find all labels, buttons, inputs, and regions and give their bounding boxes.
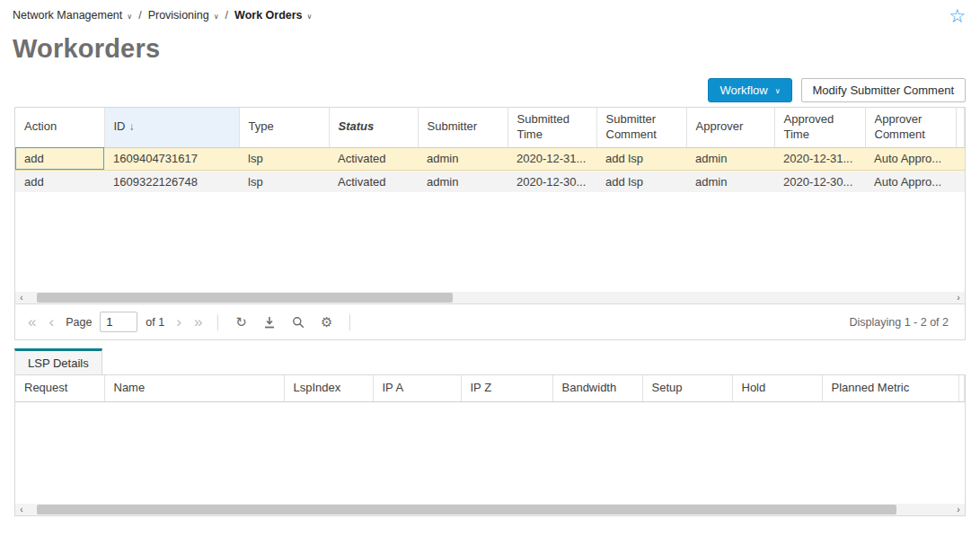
cell-submitter-comment[interactable]: add lsp [596, 147, 686, 170]
cell-approver[interactable]: admin [686, 147, 774, 170]
column-header-planned-metric[interactable]: Planned Metric [822, 375, 958, 401]
paging-toolbar: « ‹ Page of 1 › » ↻ ⚙ Displaying 1 - 2 o… [15, 303, 965, 339]
workorders-table: Action ID↓ Type Status Submitter Submitt… [15, 108, 965, 192]
cell-submitter[interactable]: admin [418, 147, 508, 170]
column-header-submitter-comment[interactable]: Submitter Comment [596, 108, 686, 147]
column-header-request[interactable]: Request [15, 375, 104, 401]
column-header-approver[interactable]: Approver [686, 108, 774, 147]
details-panel: LSP Details Request Name LspIndex IP A I… [14, 348, 966, 516]
first-page-button[interactable]: « [24, 314, 40, 330]
column-label: LspIndex [294, 381, 341, 394]
cell-approved-time[interactable]: 2020-12-30... [774, 170, 865, 192]
page-number-input[interactable] [100, 312, 137, 332]
next-page-button[interactable]: › [172, 314, 185, 330]
scrollbar-track[interactable] [28, 292, 952, 303]
tab-lsp-details[interactable]: LSP Details [14, 348, 102, 374]
workorders-panel: Workflow ∨ Modify Submitter Comment Acti… [14, 73, 966, 516]
modify-submitter-comment-button[interactable]: Modify Submitter Comment [801, 78, 967, 102]
chevron-down-icon: ∨ [775, 87, 781, 95]
cell-approver-comment[interactable]: Auto Appro... [865, 170, 956, 192]
page-of-label: of 1 [146, 316, 164, 329]
column-label: Submitted Time [517, 112, 570, 141]
search-icon[interactable] [287, 316, 310, 329]
cell-id[interactable]: 1609322126748 [104, 170, 239, 192]
cell-filler [956, 147, 965, 170]
cell-approved-time[interactable]: 2020-12-31... [774, 147, 865, 170]
column-label: Approved Time [784, 112, 834, 141]
refresh-icon[interactable]: ↻ [230, 315, 252, 329]
scroll-left-icon[interactable]: ‹ [15, 504, 28, 515]
column-label: Submitter [428, 119, 478, 133]
cell-type[interactable]: lsp [239, 147, 329, 170]
breadcrumb-separator: / [138, 9, 141, 22]
scrollbar-thumb[interactable] [37, 505, 896, 514]
cell-approver-comment[interactable]: Auto Appro... [865, 147, 956, 170]
breadcrumb-item-provisioning[interactable]: Provisioning ∨ [148, 9, 219, 22]
column-header-action[interactable]: Action [15, 108, 104, 147]
column-header-approved-time[interactable]: Approved Time [774, 108, 865, 147]
cell-submitted-time[interactable]: 2020-12-30... [508, 170, 596, 192]
chevron-down-icon: ∨ [307, 13, 313, 21]
cell-approver[interactable]: admin [686, 170, 774, 192]
cell-submitted-time[interactable]: 2020-12-31... [508, 147, 596, 170]
breadcrumb-label: Network Management [13, 9, 122, 22]
workflow-button[interactable]: Workflow ∨ [708, 78, 791, 102]
breadcrumb-label: Provisioning [148, 9, 209, 22]
breadcrumb-item-network-management[interactable]: Network Management ∨ [13, 9, 132, 22]
column-label: Approver Comment [875, 112, 925, 141]
column-header-filler [958, 375, 965, 401]
scroll-left-icon[interactable]: ‹ [15, 292, 28, 303]
cell-status[interactable]: Activated [329, 147, 418, 170]
grid-empty-area [15, 192, 965, 292]
scrollbar-thumb[interactable] [37, 293, 453, 303]
column-header-hold[interactable]: Hold [732, 375, 822, 401]
last-page-button[interactable]: » [190, 314, 206, 330]
column-label: Name [114, 381, 146, 394]
cell-id[interactable]: 1609404731617 [104, 147, 239, 170]
download-icon[interactable] [258, 316, 281, 329]
column-header-lspindex[interactable]: LspIndex [284, 375, 373, 401]
horizontal-scrollbar[interactable]: ‹ › [15, 292, 965, 303]
column-label: Action [24, 119, 57, 133]
column-label: Submitter Comment [606, 112, 657, 141]
sort-desc-icon: ↓ [129, 120, 135, 133]
column-header-submitter[interactable]: Submitter [418, 108, 508, 147]
column-header-id[interactable]: ID↓ [104, 108, 239, 147]
column-header-status[interactable]: Status [329, 108, 418, 147]
cell-action[interactable]: add [15, 170, 104, 192]
column-header-approver-comment[interactable]: Approver Comment [865, 108, 956, 147]
column-header-ip-a[interactable]: IP A [373, 375, 461, 401]
cell-type[interactable]: lsp [239, 170, 329, 192]
table-header-row: Request Name LspIndex IP A IP Z Bandwidt… [15, 375, 965, 401]
column-header-name[interactable]: Name [104, 375, 284, 401]
column-label: Status [339, 119, 375, 133]
column-header-filler [956, 108, 965, 147]
column-header-bandwidth[interactable]: Bandwidth [552, 375, 642, 401]
breadcrumb-label: Work Orders [234, 9, 303, 22]
table-row[interactable]: add 1609322126748 lsp Activated admin 20… [15, 170, 965, 192]
scrollbar-track[interactable] [28, 504, 952, 515]
column-label: Type [249, 119, 274, 133]
scroll-right-icon[interactable]: › [952, 504, 965, 515]
column-header-submitted-time[interactable]: Submitted Time [508, 108, 596, 147]
breadcrumb-separator: / [225, 9, 228, 22]
favorite-star-icon[interactable]: ☆ [949, 6, 966, 25]
displaying-status: Displaying 1 - 2 of 2 [850, 316, 949, 329]
prev-page-button[interactable]: ‹ [45, 314, 57, 330]
cell-status[interactable]: Activated [329, 170, 418, 192]
gear-icon[interactable]: ⚙ [315, 315, 338, 329]
table-row[interactable]: add 1609404731617 lsp Activated admin 20… [15, 147, 965, 170]
cell-action[interactable]: add [15, 147, 104, 170]
column-label: Approver [696, 119, 744, 133]
scroll-right-icon[interactable]: › [952, 292, 965, 303]
cell-filler [956, 170, 965, 192]
cell-submitter[interactable]: admin [418, 170, 508, 192]
toolbar-separator [349, 314, 350, 330]
horizontal-scrollbar[interactable]: ‹ › [15, 504, 965, 515]
cell-submitter-comment[interactable]: add lsp [596, 170, 686, 192]
grid-toolbar: Workflow ∨ Modify Submitter Comment [14, 73, 966, 107]
column-header-setup[interactable]: Setup [642, 375, 732, 401]
column-header-ip-z[interactable]: IP Z [461, 375, 552, 401]
column-header-type[interactable]: Type [239, 108, 329, 147]
breadcrumb-item-work-orders[interactable]: Work Orders ∨ [234, 9, 312, 22]
